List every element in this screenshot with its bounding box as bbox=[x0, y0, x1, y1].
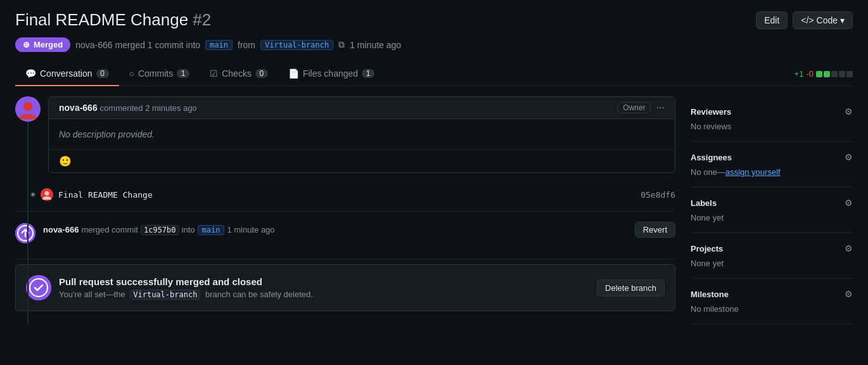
commits-count: 1 bbox=[177, 69, 189, 78]
edit-button[interactable]: Edit bbox=[756, 11, 788, 29]
revert-button[interactable]: Revert bbox=[635, 222, 675, 238]
sidebar-reviewers: Reviewers ⚙ No reviews bbox=[691, 96, 853, 142]
assign-yourself-link[interactable]: assign yourself bbox=[725, 167, 781, 177]
projects-value: None yet bbox=[691, 259, 853, 268]
base-branch-link[interactable]: main bbox=[205, 40, 233, 50]
commit-dot bbox=[30, 192, 35, 197]
conversation-icon: 💬 bbox=[25, 68, 36, 79]
assignees-header: Assignees ⚙ bbox=[691, 152, 853, 162]
comment-body: No description provided. bbox=[49, 119, 675, 150]
copy-icon[interactable]: ⧉ bbox=[338, 39, 345, 50]
comment-menu-button[interactable]: ··· bbox=[656, 102, 665, 113]
merged-banner-desc: You're all set—the Virtual-branch branch… bbox=[59, 290, 313, 299]
diff-stats: +1 -0 bbox=[795, 69, 853, 79]
delete-branch-button[interactable]: Delete branch bbox=[597, 279, 665, 297]
diff-block-2 bbox=[824, 71, 830, 77]
merge-author[interactable]: nova-666 bbox=[43, 225, 79, 234]
merge-time-ago: 1 minute ago bbox=[227, 225, 274, 234]
merged-banner-content: Pull request successfully merged and clo… bbox=[26, 275, 313, 300]
merge-text: nova-666 merged commit 1c957b0 into main… bbox=[43, 225, 275, 235]
code-button[interactable]: </> Code ▾ bbox=[793, 11, 853, 29]
diff-block-3 bbox=[831, 71, 838, 77]
merged-badge: ⊕ Merged bbox=[15, 37, 70, 52]
merged-desc-suffix: branch can be safely deleted. bbox=[205, 290, 313, 299]
no-one-text: No one— bbox=[691, 167, 725, 177]
labels-header: Labels ⚙ bbox=[691, 198, 853, 208]
svg-point-3 bbox=[45, 191, 49, 196]
assignees-gear-icon[interactable]: ⚙ bbox=[845, 152, 853, 162]
code-label: Code bbox=[817, 15, 838, 25]
commit-message: Final README Change bbox=[58, 190, 153, 200]
projects-header: Projects ⚙ bbox=[691, 243, 853, 253]
merged-banner-title: Pull request successfully merged and clo… bbox=[59, 276, 313, 287]
milestone-value: No milestone bbox=[691, 304, 853, 314]
files-count: 1 bbox=[362, 69, 374, 78]
main-layout: nova-666 commented 2 minutes ago Owner ·… bbox=[15, 96, 853, 324]
merge-base-branch[interactable]: main bbox=[198, 225, 225, 235]
reviewers-value: No reviews bbox=[691, 122, 853, 131]
projects-gear-icon[interactable]: ⚙ bbox=[845, 243, 853, 253]
merge-time: 1 minute ago bbox=[350, 40, 401, 50]
tab-checks[interactable]: ☑ Checks 0 bbox=[200, 62, 278, 86]
svg-point-1 bbox=[23, 102, 32, 111]
reviewers-title: Reviewers bbox=[691, 107, 731, 117]
header-actions: Edit </> Code ▾ bbox=[756, 11, 853, 29]
assignees-value: No one—assign yourself bbox=[691, 167, 853, 177]
files-icon: 📄 bbox=[288, 68, 299, 79]
comment-avatar bbox=[15, 96, 41, 122]
milestone-header: Milestone ⚙ bbox=[691, 289, 853, 299]
diff-deletions: -0 bbox=[806, 69, 814, 79]
comment-author[interactable]: nova-666 bbox=[59, 103, 98, 113]
status-label: Merged bbox=[34, 40, 63, 49]
commit-hash: 05e8df6 bbox=[641, 190, 675, 200]
commit-small-avatar bbox=[41, 188, 53, 201]
merge-action: merged commit bbox=[81, 225, 138, 234]
merge-into: into bbox=[182, 225, 195, 234]
conversation-count: 0 bbox=[96, 69, 109, 78]
pr-header: Final README Change #2 Edit </> Code ▾ bbox=[15, 10, 853, 30]
pr-status-bar: ⊕ Merged nova-666 merged 1 commit into m… bbox=[15, 37, 853, 52]
sidebar-projects: Projects ⚙ None yet bbox=[691, 233, 853, 279]
emoji-button[interactable]: 🙂 bbox=[59, 156, 72, 167]
comment-actions: Owner ··· bbox=[617, 102, 665, 113]
labels-gear-icon[interactable]: ⚙ bbox=[845, 198, 853, 208]
labels-title: Labels bbox=[691, 198, 717, 208]
tab-conversation[interactable]: 💬 Conversation 0 bbox=[15, 62, 119, 86]
labels-value: None yet bbox=[691, 213, 853, 222]
sidebar-labels: Labels ⚙ None yet bbox=[691, 188, 853, 233]
files-label: Files changed bbox=[303, 68, 358, 79]
commits-icon: ○ bbox=[129, 68, 134, 79]
avatar-icon bbox=[15, 96, 41, 122]
projects-title: Projects bbox=[691, 244, 723, 253]
merged-branch-name: Virtual-branch bbox=[130, 290, 200, 300]
milestone-gear-icon[interactable]: ⚙ bbox=[845, 289, 853, 299]
merge-event-icon bbox=[15, 223, 35, 243]
sidebar-milestone: Milestone ⚙ No milestone bbox=[691, 279, 853, 324]
comment-footer: 🙂 bbox=[49, 150, 675, 172]
sidebar-assignees: Assignees ⚙ No one—assign yourself bbox=[691, 142, 853, 188]
comment-header: nova-666 commented 2 minutes ago Owner ·… bbox=[49, 97, 675, 119]
merged-banner: Pull request successfully merged and clo… bbox=[15, 264, 675, 311]
conversation-label: Conversation bbox=[40, 68, 93, 79]
page-title: Final README Change #2 bbox=[15, 10, 211, 30]
comment-box: nova-666 commented 2 minutes ago Owner ·… bbox=[48, 96, 675, 173]
diff-additions: +1 bbox=[795, 69, 804, 79]
merge-commit-ref[interactable]: 1c957b0 bbox=[141, 225, 179, 235]
comment-timeline-item: nova-666 commented 2 minutes ago Owner ·… bbox=[15, 96, 675, 173]
code-icon: </> bbox=[801, 15, 814, 25]
tab-commits[interactable]: ○ Commits 1 bbox=[119, 62, 200, 86]
tabs-bar: 💬 Conversation 0 ○ Commits 1 ☑ Checks 0 … bbox=[15, 62, 853, 86]
diff-block-1 bbox=[816, 71, 822, 77]
checks-icon: ☑ bbox=[210, 68, 218, 79]
from-label: from bbox=[238, 40, 255, 50]
tab-files-changed[interactable]: 📄 Files changed 1 bbox=[278, 62, 385, 86]
chevron-down-icon: ▾ bbox=[840, 15, 845, 25]
checks-count: 0 bbox=[255, 69, 268, 78]
commits-label: Commits bbox=[138, 68, 173, 79]
merged-banner-text: Pull request successfully merged and clo… bbox=[59, 276, 313, 299]
checks-label: Checks bbox=[222, 68, 252, 79]
reviewers-gear-icon[interactable]: ⚙ bbox=[845, 106, 853, 117]
milestone-title: Milestone bbox=[691, 290, 729, 299]
diff-blocks bbox=[816, 71, 853, 77]
head-branch-link[interactable]: Virtual-branch bbox=[260, 40, 333, 50]
